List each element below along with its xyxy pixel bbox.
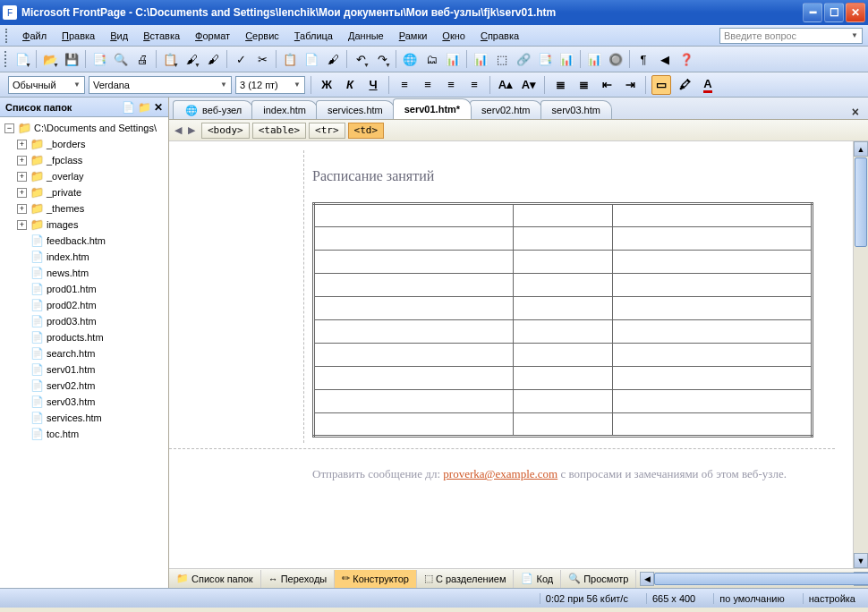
doc-tab-serv01htm[interactable]: serv01.htm* xyxy=(393,98,472,119)
table-cell[interactable] xyxy=(513,297,612,320)
tree-file-serv03-htm[interactable]: 📄serv03.htm xyxy=(2,394,166,410)
doc-tab-веб-узел[interactable]: 🌐веб-узел xyxy=(173,100,253,119)
font-color-button[interactable]: A xyxy=(698,75,718,95)
new-page-icon[interactable]: 📄 xyxy=(122,101,135,114)
maximize-button[interactable]: ☐ xyxy=(824,3,844,22)
align-left-button[interactable]: ≡ xyxy=(395,75,414,95)
decrease-font-button[interactable]: A▾ xyxy=(519,75,539,95)
breadcrumb-prev-icon[interactable]: ◀ xyxy=(174,124,182,136)
table-cell[interactable] xyxy=(613,344,813,367)
toolbar-button-15[interactable]: ↷▼ xyxy=(372,49,392,69)
scroll-down-icon[interactable]: ▼ xyxy=(854,553,868,568)
view-tab-Код[interactable]: 📄Код xyxy=(514,570,561,588)
menu-вставка[interactable]: Вставка xyxy=(137,28,186,44)
toolbar-button-25[interactable]: 🔘 xyxy=(606,49,625,69)
tree-folder-images[interactable]: +📁images xyxy=(2,217,166,233)
toolbar-handle[interactable] xyxy=(5,29,10,43)
increase-indent-button[interactable]: ⇥ xyxy=(620,75,640,95)
table-cell[interactable] xyxy=(613,413,813,437)
breadcrumb-next-icon[interactable]: ▶ xyxy=(188,124,195,136)
menu-данные[interactable]: Данные xyxy=(342,28,390,44)
menu-сервис[interactable]: Сервис xyxy=(239,28,285,44)
page-heading[interactable]: Расписание занятий xyxy=(312,168,835,184)
table-cell[interactable] xyxy=(613,320,813,344)
font-combo[interactable]: Verdana▼ xyxy=(89,76,232,94)
toolbar-button-26[interactable]: ¶ xyxy=(634,49,653,69)
table-cell[interactable] xyxy=(513,367,612,390)
minimize-button[interactable]: ━ xyxy=(803,3,822,22)
toolbar-button-12[interactable]: 📄 xyxy=(302,49,321,69)
doc-tab-serviceshtm[interactable]: services.htm xyxy=(316,100,395,119)
table-cell[interactable] xyxy=(613,274,813,297)
table-cell[interactable] xyxy=(314,390,514,413)
toolbar-button-11[interactable]: 📋 xyxy=(280,49,300,69)
tree-folder-_overlay[interactable]: +📁_overlay xyxy=(2,168,166,184)
table-cell[interactable] xyxy=(314,227,514,251)
table-row[interactable] xyxy=(314,227,813,251)
table-row[interactable] xyxy=(314,413,813,437)
tree-file-toc-htm[interactable]: 📄toc.htm xyxy=(2,426,166,442)
tree-file-services-htm[interactable]: 📄services.htm xyxy=(2,410,166,426)
table-cell[interactable] xyxy=(314,413,514,437)
table-cell[interactable] xyxy=(613,227,813,251)
toolbar-button-17[interactable]: 🗂 xyxy=(421,49,441,69)
breadcrumb-table[interactable]: <table> xyxy=(252,123,306,139)
menu-таблица[interactable]: Таблица xyxy=(288,28,339,44)
tree-file-search-htm[interactable]: 📄search.htm xyxy=(2,345,166,361)
toolbar-button-3[interactable]: 📑 xyxy=(89,49,109,69)
toolbar-button-13[interactable]: 🖌 xyxy=(323,49,343,69)
toolbar-button-8[interactable]: 🖌 xyxy=(203,49,223,69)
table-cell[interactable] xyxy=(613,251,813,274)
toolbar-button-5[interactable]: 🖨 xyxy=(132,49,152,69)
tree-file-products-htm[interactable]: 📄products.htm xyxy=(2,329,166,345)
breadcrumb-td[interactable]: <td> xyxy=(348,123,385,139)
highlight-button[interactable]: 🖍 xyxy=(675,75,694,95)
scroll-thumb[interactable] xyxy=(654,573,868,585)
close-panel-icon[interactable]: ✕ xyxy=(154,101,163,114)
tree-file-feedback-htm[interactable]: 📄feedback.htm xyxy=(2,233,166,249)
table-cell[interactable] xyxy=(513,320,612,344)
horizontal-scrollbar[interactable]: ◀▶ xyxy=(640,572,868,586)
scroll-left-icon[interactable]: ◀ xyxy=(640,572,654,586)
expander-icon[interactable]: + xyxy=(17,204,27,214)
table-cell[interactable] xyxy=(613,390,813,413)
view-tab-Переходы[interactable]: ↔Переходы xyxy=(261,570,336,588)
schedule-table[interactable] xyxy=(312,202,813,438)
toolbar-button-10[interactable]: ✂ xyxy=(252,49,272,69)
expander-icon[interactable]: + xyxy=(17,172,27,182)
table-row[interactable] xyxy=(314,274,813,297)
toolbar-button-20[interactable]: ⬚ xyxy=(492,49,512,69)
align-center-button[interactable]: ≡ xyxy=(418,75,438,95)
scroll-up-icon[interactable]: ▲ xyxy=(854,141,868,157)
font-size-combo[interactable]: 3 (12 пт)▼ xyxy=(235,76,305,94)
table-cell[interactable] xyxy=(314,344,514,367)
doc-tab-serv02htm[interactable]: serv02.htm xyxy=(470,100,541,119)
increase-font-button[interactable]: A▴ xyxy=(496,75,515,95)
table-row[interactable] xyxy=(314,344,813,367)
justify-button[interactable]: ≡ xyxy=(464,75,484,95)
toolbar-button-23[interactable]: 📊 xyxy=(557,49,576,69)
numbered-list-button[interactable]: ≣ xyxy=(550,75,570,95)
breadcrumb-body[interactable]: <body> xyxy=(201,123,250,139)
bulleted-list-button[interactable]: ≣ xyxy=(574,75,593,95)
align-right-button[interactable]: ≡ xyxy=(441,75,461,95)
table-cell[interactable] xyxy=(314,274,514,297)
toolbar-button-7[interactable]: 🖌▼ xyxy=(182,49,201,69)
table-row[interactable] xyxy=(314,251,813,274)
email-link[interactable]: proverka@example.com xyxy=(443,467,557,480)
toolbar-button-16[interactable]: 🌐 xyxy=(400,49,420,69)
expander-icon[interactable]: + xyxy=(17,188,27,198)
doc-tab-indexhtm[interactable]: index.htm xyxy=(251,100,318,119)
table-cell[interactable] xyxy=(314,320,514,344)
toolbar-button-19[interactable]: 📊 xyxy=(471,49,490,69)
tree-file-index-htm[interactable]: 📄index.htm xyxy=(2,249,166,265)
table-row[interactable] xyxy=(314,297,813,320)
decrease-indent-button[interactable]: ⇤ xyxy=(597,75,617,95)
toolbar-handle[interactable] xyxy=(4,51,8,67)
menu-файл[interactable]: Файл xyxy=(16,28,53,44)
menu-рамки[interactable]: Рамки xyxy=(393,28,434,44)
tree-file-prod03-htm[interactable]: 📄prod03.htm xyxy=(2,313,166,329)
close-tab-icon[interactable]: × xyxy=(847,105,864,119)
menu-вид[interactable]: Вид xyxy=(104,28,134,44)
tree-folder-_fpclass[interactable]: +📁_fpclass xyxy=(2,152,166,168)
